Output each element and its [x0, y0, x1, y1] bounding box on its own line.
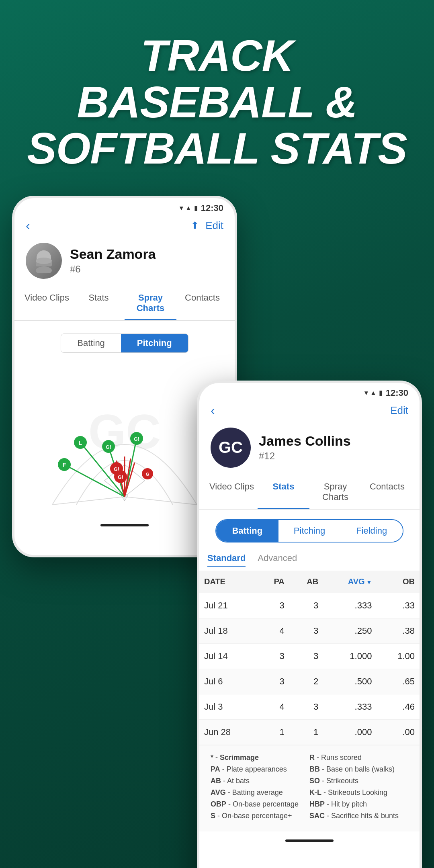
- cell-avg-1: .333: [323, 593, 377, 618]
- edit-button-james[interactable]: Edit: [390, 404, 408, 417]
- tab-stats-sean[interactable]: Stats: [73, 287, 125, 320]
- time-james: 12:30: [386, 388, 408, 398]
- player-name-sean: Sean Zamora: [70, 246, 156, 262]
- back-button-james[interactable]: ‹: [211, 403, 215, 418]
- svg-line-6: [125, 497, 197, 505]
- wifi-icon-james: ▾: [364, 389, 368, 397]
- cell-pa-5: 4: [257, 694, 289, 719]
- cell-ab-3: 3: [289, 643, 323, 669]
- hero-line1: TRACK BASEBALL &: [24, 32, 410, 125]
- cell-avg-2: .250: [323, 618, 377, 643]
- stats-tab-pitching[interactable]: Pitching: [278, 520, 341, 542]
- legend-avg: AVG - Batting average: [211, 788, 309, 797]
- player-header-james: GC James Collins #12: [199, 424, 420, 476]
- col-ab[interactable]: AB: [289, 571, 323, 593]
- sec-tab-advanced[interactable]: Advanced: [258, 553, 297, 567]
- subtab-pitching-sean[interactable]: Pitching: [121, 334, 188, 352]
- battery-icon: ▮: [194, 204, 198, 212]
- cell-ab-4: 2: [289, 669, 323, 694]
- status-icons-james: ▾ ▲ ▮: [364, 389, 383, 397]
- cell-ob-3: 1.00: [377, 643, 420, 669]
- legend-r: R - Runs scored: [309, 753, 408, 762]
- table-header-row: DATE PA AB AVG OB: [199, 571, 420, 593]
- cell-ab-2: 3: [289, 618, 323, 643]
- cell-date-4: Jul 6: [199, 669, 257, 694]
- svg-line-5: [52, 497, 125, 505]
- legend-pa: PA - Plate appearances: [211, 765, 309, 774]
- legend-row-3: AB - At bats SO - Strikeouts: [211, 777, 408, 785]
- stats-table: DATE PA AB AVG OB Jul 21 3 3 .333 .33: [199, 571, 420, 745]
- cell-ob-4: .65: [377, 669, 420, 694]
- legend-row-2: PA - Plate appearances BB - Base on ball…: [211, 765, 408, 774]
- table-row: Jul 3 4 3 .333 .46: [199, 694, 420, 719]
- cell-date-5: Jul 3: [199, 694, 257, 719]
- col-date[interactable]: DATE: [199, 571, 257, 593]
- svg-text:G!: G!: [134, 436, 139, 442]
- stats-legend: * - Scrimmage R - Runs scored PA - Plate…: [199, 745, 420, 831]
- back-button-sean[interactable]: ‹: [26, 218, 30, 233]
- tab-nav-sean: Video Clips Stats Spray Charts Contacts: [14, 287, 235, 321]
- legend-scrimmage: * - Scrimmage: [211, 753, 309, 762]
- avatar-sean: [26, 243, 62, 279]
- cell-pa-1: 3: [257, 593, 289, 618]
- cell-ab-5: 3: [289, 694, 323, 719]
- stats-tab-fielding[interactable]: Fielding: [340, 520, 403, 542]
- cell-ob-2: .38: [377, 618, 420, 643]
- home-indicator-sean: [100, 524, 149, 526]
- tab-video-clips-james[interactable]: Video Clips: [206, 476, 258, 509]
- cell-pa-3: 3: [257, 643, 289, 669]
- table-row: Jun 28 1 1 .000 .00: [199, 719, 420, 745]
- hero-line2: SOFTBALL STATS: [24, 125, 410, 172]
- legend-sac: SAC - Sacrifice hits & bunts: [309, 812, 408, 820]
- table-row: Jul 14 3 3 1.000 1.00: [199, 643, 420, 669]
- top-nav-sean: ‹ ⬆ Edit: [14, 215, 235, 240]
- cell-avg-4: .500: [323, 669, 377, 694]
- home-bar-james: [285, 839, 334, 842]
- status-bar-james: ▾ ▲ ▮ 12:30: [199, 383, 420, 400]
- tab-contacts-james[interactable]: Contacts: [361, 476, 413, 509]
- col-ob[interactable]: OB: [377, 571, 420, 593]
- tab-contacts-sean[interactable]: Contacts: [176, 287, 228, 320]
- phone-james: ▾ ▲ ▮ 12:30 ‹ Edit GC James Collins #12 …: [197, 381, 422, 868]
- player-number-sean: #6: [70, 264, 156, 275]
- legend-ab: AB - At bats: [211, 777, 309, 785]
- spray-chart-svg: GC L F: [28, 368, 221, 521]
- signal-icon: ▲: [185, 205, 192, 212]
- svg-text:L: L: [79, 440, 82, 446]
- tab-stats-james[interactable]: Stats: [258, 476, 309, 509]
- legend-row-4: AVG - Batting average K-L - Strikeouts L…: [211, 788, 408, 797]
- svg-point-3: [36, 258, 52, 264]
- legend-row-5: OBP - On-base percentage HBP - Hit by pi…: [211, 800, 408, 809]
- cell-date-3: Jul 14: [199, 643, 257, 669]
- legend-bb: BB - Base on balls (walks): [309, 765, 408, 774]
- battery-icon-james: ▮: [379, 389, 383, 397]
- tab-spray-charts-sean[interactable]: Spray Charts: [125, 287, 176, 320]
- player-name-james: James Collins: [259, 433, 351, 449]
- legend-obp: OBP - On-base percentage: [211, 800, 309, 809]
- edit-button-sean[interactable]: Edit: [205, 219, 223, 232]
- share-icon-sean[interactable]: ⬆: [191, 220, 199, 231]
- subtab-batting-sean[interactable]: Batting: [61, 334, 121, 352]
- cell-date-2: Jul 18: [199, 618, 257, 643]
- stats-tab-batting[interactable]: Batting: [216, 520, 278, 542]
- sec-tab-standard[interactable]: Standard: [207, 553, 246, 567]
- cell-ob-6: .00: [377, 719, 420, 745]
- legend-row-1: * - Scrimmage R - Runs scored: [211, 753, 408, 762]
- phones-container: ▾ ▲ ▮ 12:30 ‹ ⬆ Edit: [0, 188, 434, 868]
- tab-spray-charts-james[interactable]: Spray Charts: [309, 476, 361, 509]
- col-pa[interactable]: PA: [257, 571, 289, 593]
- tab-nav-james: Video Clips Stats Spray Charts Contacts: [199, 476, 420, 510]
- cell-avg-3: 1.000: [323, 643, 377, 669]
- tab-video-clips-sean[interactable]: Video Clips: [21, 287, 73, 320]
- cell-ab-1: 3: [289, 593, 323, 618]
- cell-date-1: Jul 21: [199, 593, 257, 618]
- stats-subtabs-container: Batting Pitching Fielding: [199, 510, 420, 549]
- legend-row-6: S - On-base percentage+ SAC - Sacrifice …: [211, 812, 408, 820]
- avatar-initials-james: GC: [219, 438, 243, 457]
- avatar-svg-sean: [32, 249, 56, 273]
- svg-text:G!: G!: [106, 444, 111, 450]
- col-avg[interactable]: AVG: [323, 571, 377, 593]
- nav-actions-sean: ⬆ Edit: [191, 219, 223, 232]
- player-header-sean: Sean Zamora #6: [14, 240, 235, 287]
- subtab-toggle-sean: Batting Pitching: [61, 334, 188, 353]
